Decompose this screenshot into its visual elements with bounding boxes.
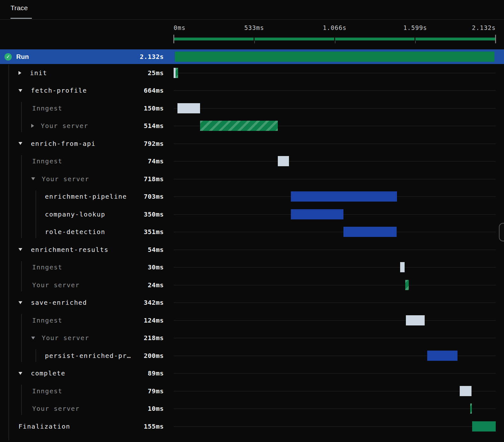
trace-row-duration: 703ms [144,193,174,200]
trace-row[interactable]: Inngest 150ms [0,99,504,117]
indent-guide [21,155,22,239]
trace-row[interactable]: Your server 24ms [0,276,504,294]
span-bar[interactable] [200,121,278,131]
span-bar[interactable] [427,351,457,361]
tab-trace[interactable]: Trace [11,4,28,19]
trace-row-timeline [174,117,496,135]
collapse-arrow-icon[interactable] [31,177,35,180]
indent-guide [21,314,22,362]
run-span-bar[interactable] [175,52,495,62]
axis-mid-tick [415,41,416,43]
axis-mid-tick [254,41,255,43]
trace-row-label: Your server [42,175,89,183]
trace-row-label: Finalization [18,423,70,430]
trace-row-label: Inngest [32,104,62,112]
trace-row-label: Your server [42,334,89,342]
axis-mid-tick [335,41,335,43]
trace-row-timeline [174,417,496,435]
trace-row-timeline [174,205,496,223]
trace-row-duration: 342ms [144,299,174,306]
trace-row[interactable]: Your server 218ms [0,329,504,347]
trace-row[interactable]: enrichment-results 54ms [0,241,504,259]
trace-row-timeline [174,170,496,188]
trace-row-duration: 718ms [144,175,174,183]
indent-guide [36,190,36,239]
trace-row-timeline [174,241,496,259]
collapse-arrow-icon[interactable] [18,372,22,375]
trace-row-label: Inngest [32,263,62,271]
span-bar[interactable] [177,103,200,113]
span-bar[interactable] [291,191,397,202]
trace-row[interactable]: Your server 718ms [0,170,504,188]
trace-row-timeline [174,311,496,329]
trace-row-timeline [174,64,496,82]
trace-row[interactable]: Your server 514ms [0,117,504,135]
trace-row-timeline [174,82,496,100]
trace-row[interactable]: Your server 10ms [0,400,504,418]
trace-row[interactable]: Inngest 79ms [0,382,504,400]
timeline-header: 0ms533ms1.066s1.599s2.132s [174,20,496,49]
span-bar[interactable] [174,68,178,78]
trace-row-timeline [174,365,496,382]
trace-row-label: Your server [32,405,80,412]
trace-row-timeline [174,223,496,241]
indent-guide [21,102,22,132]
expand-arrow-icon[interactable] [18,71,21,75]
timeline-minimap[interactable] [174,38,496,40]
trace-row[interactable]: Finalization 155ms [0,417,504,435]
trace-row-duration: 124ms [144,317,174,324]
trace-row-label: persist-enriched-pr… [45,352,131,360]
collapse-arrow-icon[interactable] [31,337,35,339]
trace-row[interactable]: Inngest 30ms [0,259,504,276]
axis-tick-label: 1.066s [323,24,347,31]
trace-row[interactable]: fetch-profile 664ms [0,82,504,100]
trace-row-label: enrich-from-api [31,140,96,147]
indent-guide [36,349,36,362]
span-bar[interactable] [405,280,409,290]
trace-row-duration: 200ms [144,352,174,360]
trace-row[interactable]: save-enriched 342ms [0,294,504,312]
trace-row[interactable]: persist-enriched-pr… 200ms [0,347,504,365]
trace-row[interactable]: company-lookup 350ms [0,205,504,223]
span-bar[interactable] [278,156,289,166]
trace-row[interactable]: complete 89ms [0,365,504,382]
trace-row-timeline [174,135,496,153]
trace-row[interactable]: Inngest 74ms [0,153,504,170]
trace-row-duration: 30ms [148,263,174,271]
collapse-arrow-icon[interactable] [18,301,22,304]
trace-row-label: fetch-profile [31,87,87,94]
collapse-arrow-icon[interactable] [18,248,22,251]
trace-row-duration: 664ms [144,87,174,94]
trace-row[interactable]: init 25ms [0,64,504,82]
status-success-icon: ✓ [4,53,12,61]
trace-row[interactable]: Inngest 124ms [0,311,504,329]
span-bar[interactable] [291,209,344,219]
span-bar[interactable] [343,227,396,237]
indent-guide [21,385,22,415]
trace-row-timeline [174,259,496,276]
trace-row[interactable]: role-detection 351ms [0,223,504,241]
expand-arrow-icon[interactable] [31,124,34,128]
collapse-arrow-icon[interactable] [18,89,22,92]
trace-row-duration: 24ms [148,281,174,289]
trace-row-duration: 514ms [144,122,174,130]
trace-row-duration: 351ms [144,228,174,236]
span-bar[interactable] [460,386,472,396]
span-bar[interactable] [400,262,405,272]
trace-row[interactable]: enrich-from-api 792ms [0,135,504,153]
run-row-duration: 2.132s [140,53,174,61]
trace-row-duration: 155ms [144,423,174,430]
span-bar[interactable] [406,315,425,325]
span-bar[interactable] [472,421,496,431]
trace-row-timeline [174,188,496,206]
scrollbar-thumb[interactable] [499,223,504,241]
trace-panel: Trace 0ms533ms1.066s1.599s2.132s ✓ Run 2… [0,0,504,442]
trace-row-duration: 792ms [144,140,174,147]
run-row[interactable]: ✓ Run 2.132s [0,49,504,64]
indent-guide [9,65,9,440]
trace-row-duration: 25ms [148,69,174,77]
trace-row[interactable]: enrichment-pipeline 703ms [0,188,504,206]
tab-trace-label: Trace [11,4,28,11]
span-bar[interactable] [470,403,472,414]
collapse-arrow-icon[interactable] [18,142,22,145]
